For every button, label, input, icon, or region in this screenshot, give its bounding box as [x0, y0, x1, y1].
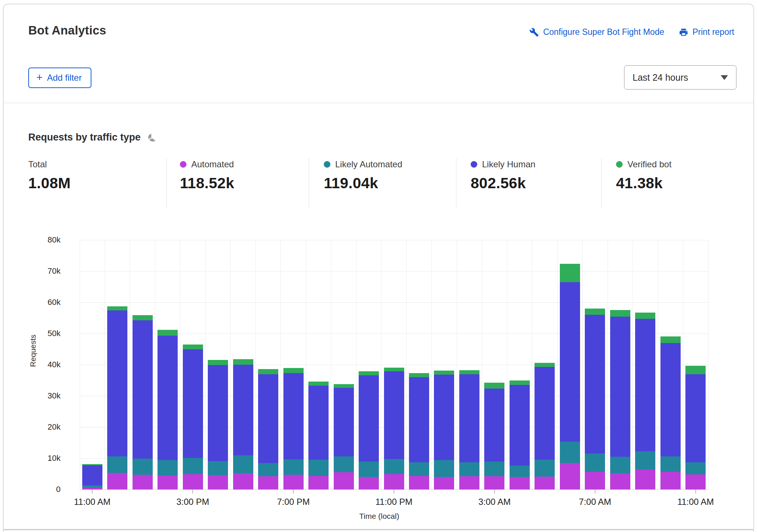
stat-automated: Automated118.52k [180, 159, 234, 192]
stat-divider [309, 158, 309, 208]
chart-bar-11-00-am[interactable] [685, 240, 706, 489]
bar-segment-verified-bot [660, 336, 681, 343]
configure-super-bot-fight-mode-link[interactable]: Configure Super Bot Fight Mode [529, 27, 664, 37]
bar-segment-verified-bot [308, 382, 329, 386]
x-tick [92, 489, 93, 493]
gridline-vertical [507, 240, 507, 489]
stat-likely-human: Likely Human802.56k [471, 159, 535, 192]
bar-segment-likely-automated [133, 459, 153, 475]
add-filter-label: Add filter [47, 73, 82, 83]
legend-dot [471, 161, 477, 168]
bar-segment-verified-bot [107, 306, 127, 310]
bar-segment-verified-bot [359, 371, 379, 375]
print-link-label: Print report [692, 27, 734, 37]
stat-label: Total [28, 159, 47, 170]
legend-dot [180, 161, 186, 168]
chart-bar-4-00-pm[interactable] [208, 240, 228, 489]
gridline-vertical [633, 240, 633, 489]
page: Bot Analytics Configure Super Bot Fight … [0, 0, 757, 532]
bar-segment-likely-human [459, 374, 479, 462]
bar-segment-verified-bot [610, 310, 630, 317]
bar-segment-likely-human [660, 343, 681, 456]
bar-segment-likely-automated [183, 458, 203, 474]
y-tick-label: 40k [29, 360, 61, 369]
bar-segment-likely-automated [409, 462, 429, 476]
gridline-vertical [331, 240, 331, 489]
bar-segment-automated [233, 473, 253, 489]
bar-segment-automated [334, 472, 354, 489]
bar-segment-likely-human [208, 365, 228, 461]
bar-segment-likely-human [157, 336, 178, 460]
gridline-vertical [80, 240, 80, 489]
chart-bar-1-00-pm[interactable] [133, 240, 153, 489]
bar-segment-verified-bot [459, 370, 479, 374]
bar-segment-verified-bot [133, 315, 153, 320]
bar-segment-verified-bot [258, 369, 278, 374]
chart-bar-3-00-am[interactable] [484, 240, 504, 489]
chart-bar-9-00-pm[interactable] [334, 240, 354, 489]
bar-segment-likely-human [308, 386, 329, 460]
bar-segment-automated [535, 477, 555, 489]
bar-segment-verified-bot [82, 464, 102, 465]
print-report-link[interactable]: Print report [679, 27, 734, 37]
y-tick-label: 30k [29, 391, 61, 401]
chart-bar-9-00-am[interactable] [635, 240, 655, 489]
chart-bar-12-00-am[interactable] [409, 240, 429, 489]
y-tick-label: 10k [29, 453, 61, 463]
bar-segment-verified-bot [157, 330, 178, 336]
stat-label: Automated [191, 159, 234, 170]
bar-segment-likely-human [560, 282, 580, 442]
bar-segment-automated [434, 477, 454, 489]
bar-segment-likely-automated [233, 455, 253, 473]
gridline-vertical [431, 240, 432, 489]
bar-segment-automated [183, 474, 203, 489]
bar-segment-likely-human [283, 373, 304, 459]
bar-segment-verified-bot [183, 345, 203, 349]
bar-segment-likely-automated [459, 462, 479, 476]
chart-bar-6-00-pm[interactable] [258, 240, 278, 489]
chart-bar-8-00-am[interactable] [610, 240, 630, 489]
x-tick [595, 489, 595, 493]
x-tick [394, 489, 394, 493]
wrench-icon [529, 28, 539, 37]
chart-bar-6-00-am[interactable] [560, 240, 580, 489]
gridline-vertical [406, 240, 407, 489]
chart-bar-10-00-am[interactable] [660, 240, 681, 489]
chart-bar-4-00-am[interactable] [510, 240, 530, 489]
chart-bar-2-00-am[interactable] [459, 240, 479, 489]
chart-bar-11-00-pm[interactable] [384, 240, 404, 489]
chart-bar-5-00-am[interactable] [535, 240, 555, 489]
chart-bar-3-00-pm[interactable] [183, 240, 203, 489]
page-title: Bot Analytics [28, 23, 106, 37]
bot-analytics-card: Bot Analytics Configure Super Bot Fight … [3, 4, 754, 532]
time-range-select[interactable]: Last 24 hours [624, 65, 736, 90]
chart-bar-11-00-am[interactable] [82, 240, 102, 489]
bar-segment-likely-human [183, 349, 203, 458]
section-title-label: Requests by traffic type [28, 132, 141, 143]
bar-segment-automated [510, 477, 530, 489]
gridline-vertical [557, 240, 558, 489]
chart-bar-10-00-pm[interactable] [359, 240, 379, 489]
gridline-vertical [256, 240, 256, 489]
chart-bar-7-00-pm[interactable] [283, 240, 304, 489]
chart-bar-5-00-pm[interactable] [233, 240, 253, 489]
x-tick-label: 11:00 AM [666, 497, 725, 507]
chart-bar-12-00-pm[interactable] [107, 240, 127, 489]
bar-segment-likely-automated [685, 462, 706, 474]
bar-segment-automated [685, 474, 706, 489]
gridline-vertical [708, 240, 709, 489]
stats-row: Total1.08MAutomated118.52kLikely Automat… [4, 156, 753, 211]
stat-total: Total1.08M [28, 159, 70, 192]
gridline-vertical [658, 240, 658, 489]
gridline-vertical [582, 240, 583, 489]
chart-bar-1-00-am[interactable] [434, 240, 454, 489]
bar-segment-likely-human [133, 320, 153, 459]
header-links: Configure Super Bot Fight Mode Print rep… [529, 27, 734, 37]
chart-bar-7-00-am[interactable] [585, 240, 605, 489]
bar-segment-likely-human [409, 377, 429, 462]
x-tick-label: 11:00 AM [63, 497, 122, 507]
add-filter-button[interactable]: + Add filter [28, 68, 91, 88]
bar-segment-automated [560, 463, 580, 489]
chart-bar-2-00-pm[interactable] [157, 240, 178, 489]
chart-bar-8-00-pm[interactable] [308, 240, 329, 489]
